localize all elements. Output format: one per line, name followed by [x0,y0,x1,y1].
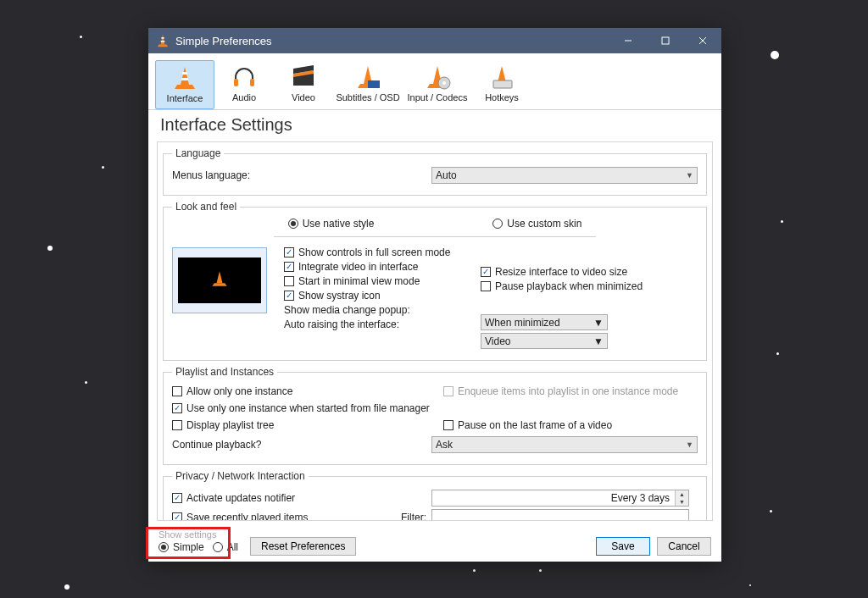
maximize-button[interactable] [647,28,684,53]
spin-down-icon[interactable]: ▼ [676,498,688,506]
tab-label: Input / Codecs [408,92,468,102]
group-legend: Language [172,147,224,159]
media-popup-select[interactable]: When minimized▼ [481,314,608,330]
check-pause-minimized[interactable]: Pause playback when minimized [481,280,698,292]
subtitle-icon [354,64,381,91]
spin-up-icon[interactable]: ▲ [676,490,688,498]
group-language: Language Menus language: Auto ▼ [163,147,707,196]
tab-label: Subtitles / OSD [336,92,399,102]
check-one-instance-fm[interactable]: Use only one instance when started from … [172,402,698,414]
check-one-instance[interactable]: Allow only one instance [172,385,426,397]
titlebar: Simple Preferences [148,28,721,53]
vlc-cone-icon [155,33,170,48]
group-legend: Look and feel [172,201,240,213]
group-look-feel: Look and feel Use native style Use custo… [163,201,707,361]
tab-interface[interactable]: Interface [155,60,214,109]
check-resize-interface[interactable]: Resize interface to video size [481,266,698,278]
updates-frequency-spin[interactable]: Every 3 days ▲▼ [431,490,689,507]
cone-icon [171,64,198,91]
category-tabs: Interface Audio Video Subtitl [148,53,721,110]
keyboard-icon [488,64,515,91]
check-enqueue: Enqueue items into playlist in one insta… [443,385,698,397]
check-display-tree[interactable]: Display playlist tree [172,419,426,431]
close-button[interactable] [684,28,721,53]
select-value: Auto [436,169,457,181]
autoraise-select[interactable]: Video▼ [481,333,608,349]
radio-custom-skin[interactable]: Use custom skin [492,218,581,230]
svg-rect-13 [250,79,254,86]
group-legend: Playlist and Instances [172,366,277,378]
page-title: Interface Settings [148,110,721,138]
tab-audio[interactable]: Audio [214,60,274,109]
tab-label: Audio [232,92,256,102]
check-show-controls[interactable]: Show controls in full screen mode [284,246,470,258]
svg-point-23 [442,81,446,85]
svg-marker-3 [158,45,168,47]
svg-rect-12 [234,79,238,86]
save-button[interactable]: Save [596,537,650,556]
svg-rect-1 [161,37,164,39]
reset-preferences-button[interactable]: Reset Preferences [250,537,356,556]
svg-rect-25 [493,80,512,88]
svg-marker-8 [181,67,189,85]
show-settings-label: Show settings [159,529,238,540]
menus-language-select[interactable]: Auto ▼ [431,167,698,184]
svg-rect-5 [662,37,669,44]
tab-label: Video [292,92,315,102]
svg-marker-24 [498,66,506,82]
chevron-down-icon: ▼ [593,335,604,347]
radio-native-style[interactable]: Use native style [288,218,375,230]
media-popup-label: Show media change popup: [284,304,428,316]
radio-simple[interactable]: Simple [159,541,204,553]
clapper-icon [290,64,317,91]
check-systray[interactable]: Show systray icon [284,290,470,302]
continue-playback-select[interactable]: Ask▼ [431,436,698,453]
svg-rect-19 [368,80,380,88]
svg-marker-28 [212,284,227,287]
minimize-button[interactable] [609,28,647,53]
preferences-window: Simple Preferences Interface [148,28,721,562]
group-privacy: Privacy / Network Interaction Activate u… [163,470,707,521]
check-recent[interactable]: Save recently played items [172,512,394,521]
svg-marker-11 [175,85,195,89]
menus-language-label: Menus language: [172,169,431,181]
cancel-button[interactable]: Cancel [657,537,711,556]
continue-playback-label: Continue playback? [172,439,431,451]
tab-label: Hotkeys [485,92,519,102]
tab-label: Interface [167,93,203,103]
check-updates[interactable]: Activate updates notifier [172,492,431,504]
tab-input-codecs[interactable]: Input / Codecs [403,60,472,109]
chevron-down-icon: ▼ [686,440,693,449]
filter-label: Filter: [394,512,431,521]
bottom-bar: Show settings Simple All Reset Preferenc… [148,521,721,562]
tab-hotkeys[interactable]: Hotkeys [472,60,531,109]
window-title: Simple Preferences [175,35,609,47]
svg-marker-0 [161,35,165,45]
radio-all[interactable]: All [213,541,238,553]
tab-subtitles[interactable]: Subtitles / OSD [333,60,403,109]
group-legend: Privacy / Network Interaction [172,470,309,482]
svg-rect-9 [182,72,187,75]
svg-rect-10 [181,78,188,80]
chevron-down-icon: ▼ [593,317,604,329]
check-minimal-view[interactable]: Start in minimal view mode [284,275,470,287]
chevron-down-icon: ▼ [686,171,693,180]
headphones-icon [231,64,258,91]
settings-scroll-area[interactable]: Language Menus language: Auto ▼ Look and… [157,141,713,521]
svg-rect-2 [161,41,165,42]
svg-marker-27 [217,272,223,284]
tab-video[interactable]: Video [274,60,333,109]
interface-preview-image [172,247,267,313]
check-integrate-video[interactable]: Integrate video in interface [284,261,470,273]
group-playlist: Playlist and Instances Allow only one in… [163,366,707,465]
check-pause-last-frame[interactable]: Pause on the last frame of a video [443,419,698,431]
autoraise-label: Auto raising the interface: [284,318,428,330]
filter-input[interactable] [431,509,689,521]
disc-icon [424,64,451,91]
